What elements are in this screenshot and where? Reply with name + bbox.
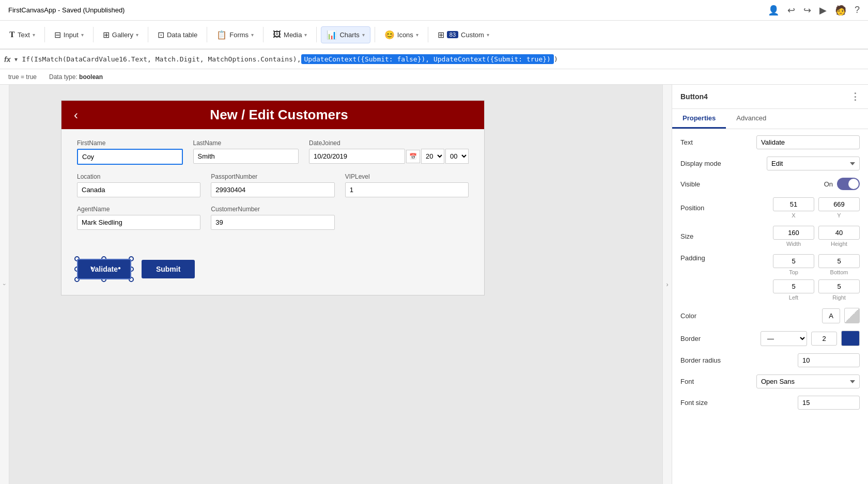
formula-left-text: If(IsMatch(DataCardValue16.Text, Match.D… xyxy=(22,55,301,63)
gallery-arrow: ▾ xyxy=(136,32,138,38)
right-canvas-tab-arrow: › xyxy=(667,281,669,288)
gallery-icon: ⊞ xyxy=(103,30,110,40)
sep6 xyxy=(316,27,317,42)
account-icon[interactable]: 🧑 xyxy=(835,5,846,16)
date-min-select[interactable]: 00 xyxy=(445,149,469,164)
input-arrow: ▾ xyxy=(81,32,84,38)
app-header-title: New / Edit Customers xyxy=(86,107,472,123)
lastname-group: LastName xyxy=(193,139,299,165)
undo-icon[interactable]: ↩ xyxy=(787,5,795,16)
custom-badge: 83 xyxy=(447,31,458,38)
toolbar-datatable-button[interactable]: ⊡ Data table xyxy=(152,27,203,43)
expand-button[interactable]: ⋮ xyxy=(850,91,860,102)
input-icon: ⊟ xyxy=(54,30,61,40)
form-row-3: AgentName CustomerNumber xyxy=(77,206,469,230)
padding-right-input[interactable] xyxy=(818,279,860,293)
toolbar-custom-button[interactable]: ⊞ 83 Custom ▾ xyxy=(432,27,494,43)
size-width-input[interactable] xyxy=(773,226,814,240)
formula-dropdown[interactable]: ▾ xyxy=(14,56,18,63)
border-color-swatch[interactable] xyxy=(841,331,860,346)
border-controls: — xyxy=(761,331,860,346)
passportnumber-input[interactable] xyxy=(211,182,334,197)
color-picker-button[interactable] xyxy=(844,308,860,323)
agentname-input[interactable] xyxy=(77,215,200,230)
toolbar-media-button[interactable]: 🖼 Media ▾ xyxy=(268,27,312,42)
toolbar-input-button[interactable]: ⊟ Input ▾ xyxy=(49,27,89,43)
redo-icon[interactable]: ↪ xyxy=(803,5,811,16)
padding-top-col: Top xyxy=(773,254,814,275)
customernumber-label: CustomerNumber xyxy=(211,206,334,213)
datejoined-input[interactable] xyxy=(309,149,405,164)
main-area: › ‹ New / Edit Customers FirstName LastN xyxy=(0,85,868,484)
submit-button[interactable]: Submit xyxy=(142,260,195,278)
datatype-text: Data type: xyxy=(49,73,78,81)
text-prop-input[interactable] xyxy=(756,135,860,149)
left-collapse-tab[interactable]: › xyxy=(0,85,9,484)
formula-content[interactable]: If(IsMatch(DataCardValue16.Text, Match.D… xyxy=(22,54,864,64)
toolbar-gallery-button[interactable]: ⊞ Gallery ▾ xyxy=(98,27,144,43)
padding-left-input[interactable] xyxy=(773,279,814,293)
validate-button[interactable]: Validate xyxy=(77,259,131,279)
tab-advanced[interactable]: Advanced xyxy=(726,109,777,129)
custom-label: Custom xyxy=(461,31,484,39)
profile-icon[interactable]: 👤 xyxy=(768,5,779,16)
tab-properties[interactable]: Properties xyxy=(672,109,726,129)
canvas-area: ‹ New / Edit Customers FirstName LastNam… xyxy=(9,85,672,484)
border-width-input[interactable] xyxy=(811,332,837,346)
position-y-input[interactable] xyxy=(818,197,860,211)
app-form: FirstName LastName DateJoined 📅 xyxy=(61,129,484,248)
customernumber-input[interactable] xyxy=(211,215,334,230)
position-x-input[interactable] xyxy=(773,197,814,211)
forms-icon: 📋 xyxy=(216,30,227,40)
result-value: true = true xyxy=(8,73,37,81)
viplevel-input[interactable] xyxy=(345,182,469,197)
position-y-label: Y xyxy=(837,212,841,218)
prop-position-row: Position X Y xyxy=(680,197,860,218)
padding-inputs: Top Bottom Left xyxy=(773,254,860,301)
border-radius-label: Border radius xyxy=(680,356,721,364)
back-button[interactable]: ‹ xyxy=(74,108,78,122)
fx-icon: fx xyxy=(4,55,10,64)
media-label: Media xyxy=(284,31,302,39)
visible-on-text: On xyxy=(824,180,833,188)
component-name: Button4 xyxy=(680,92,708,101)
app-buttons: Validate Submit xyxy=(61,248,484,295)
date-calendar-button[interactable]: 📅 xyxy=(406,150,420,163)
help-icon[interactable]: ? xyxy=(855,5,860,15)
position-x-label: X xyxy=(792,212,795,218)
prop-padding-row: Padding Top Bottom xyxy=(680,254,860,301)
toolbar-text-button[interactable]: 𝐓 Text ▾ xyxy=(4,27,40,42)
prop-font-row: Font Open Sans xyxy=(680,374,860,388)
size-height-label: Height xyxy=(831,241,847,247)
title-icons: 👤 ↩ ↪ ▶ 🧑 ? xyxy=(768,5,860,16)
text-arrow: ▾ xyxy=(33,32,35,38)
location-input[interactable] xyxy=(77,182,200,197)
toolbar-icons-button[interactable]: 😊 Icons ▾ xyxy=(379,27,424,43)
firstname-label: FirstName xyxy=(77,139,183,147)
firstname-input[interactable] xyxy=(77,149,183,165)
size-height-input[interactable] xyxy=(818,226,860,240)
formula-bar: fx ▾ If(IsMatch(DataCardValue16.Text, Ma… xyxy=(0,50,868,69)
icons-label: Icons xyxy=(397,31,413,39)
visible-toggle[interactable] xyxy=(837,178,860,190)
title-bar: FirstCanvasApp - Saved (Unpublished) 👤 ↩… xyxy=(0,0,868,21)
form-row-1: FirstName LastName DateJoined 📅 xyxy=(77,139,469,165)
color-a-button[interactable]: A xyxy=(822,308,840,323)
toolbar-charts-button[interactable]: 📊 Charts ▾ xyxy=(321,26,370,43)
location-label: Location xyxy=(77,173,200,180)
lastname-input[interactable] xyxy=(193,149,299,164)
padding-top-input[interactable] xyxy=(773,254,814,268)
datejoined-group: DateJoined 📅 20 00 xyxy=(309,139,469,165)
font-select[interactable]: Open Sans xyxy=(756,374,860,388)
border-radius-input[interactable] xyxy=(798,353,860,367)
border-style-select[interactable]: — xyxy=(761,331,807,346)
display-mode-select[interactable]: Edit xyxy=(767,157,860,170)
validate-wrapper: Validate xyxy=(77,259,131,279)
date-hour-select[interactable]: 20 xyxy=(421,149,444,164)
right-canvas-tab[interactable]: › xyxy=(662,85,672,484)
toolbar-forms-button[interactable]: 📋 Forms ▾ xyxy=(211,27,259,43)
play-icon[interactable]: ▶ xyxy=(819,5,827,16)
font-size-input[interactable] xyxy=(798,396,860,410)
padding-bottom-input[interactable] xyxy=(818,254,860,268)
location-group: Location xyxy=(77,173,200,197)
